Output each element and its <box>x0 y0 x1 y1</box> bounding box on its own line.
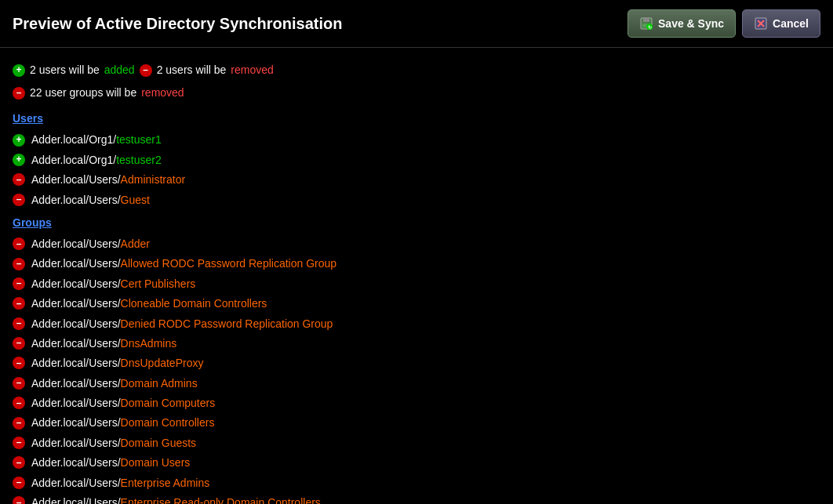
item-name: Domain Controllers <box>121 416 215 429</box>
group-list-item: –Adder.local/Users/Enterprise Admins <box>13 474 820 491</box>
svg-text:↻: ↻ <box>648 25 652 30</box>
remove-icon-1: – <box>140 64 152 77</box>
remove-group-icon: – <box>13 337 25 350</box>
group-list-item: –Adder.local/Users/Cloneable Domain Cont… <box>13 295 820 312</box>
item-path: Adder.local/Users/ <box>31 477 121 489</box>
summary-line-2: – 22 user groups will be removed <box>13 83 820 103</box>
item-name: testuser1 <box>116 133 162 146</box>
item-name: Enterprise Read-only Domain Controllers <box>121 496 321 504</box>
item-name: Cloneable Domain Controllers <box>121 297 267 310</box>
groups-section-title[interactable]: Groups <box>13 216 820 229</box>
item-path: Adder.local/Users/ <box>31 297 121 310</box>
remove-group-icon: – <box>13 496 25 504</box>
item-path: Adder.local/Users/ <box>31 437 121 449</box>
add-user-icon: + <box>13 154 25 166</box>
summary-added-text: added <box>104 60 135 80</box>
group-list-item: –Adder.local/Users/Domain Users <box>13 454 820 471</box>
cancel-icon <box>754 16 768 31</box>
group-list-item: –Adder.local/Users/Cert Publishers <box>13 275 820 292</box>
item-name: testuser2 <box>116 154 162 166</box>
remove-group-icon: – <box>13 456 25 469</box>
group-list-item: –Adder.local/Users/Domain Guests <box>13 434 820 451</box>
page-title: Preview of Active Directory Synchronisat… <box>13 15 343 33</box>
item-name: Enterprise Admins <box>121 477 210 489</box>
group-list-item: –Adder.local/Users/Domain Controllers <box>13 414 820 431</box>
item-name: Allowed RODC Password Replication Group <box>121 257 336 270</box>
item-name: Domain Guests <box>121 437 196 449</box>
item-name: Adder <box>121 237 150 250</box>
remove-user-icon: – <box>13 173 25 186</box>
add-icon-1: + <box>13 64 25 77</box>
header-buttons: ↻ Save & Sync Cancel <box>627 9 820 38</box>
item-path: Adder.local/Users/ <box>31 357 121 369</box>
item-path: Adder.local/Org1/ <box>31 133 116 146</box>
save-sync-button[interactable]: ↻ Save & Sync <box>627 9 736 38</box>
group-list-item: –Adder.local/Users/DnsUpdateProxy <box>13 354 820 372</box>
item-path: Adder.local/Users/ <box>31 397 121 409</box>
item-name: DnsUpdateProxy <box>121 357 204 369</box>
summary-added-prefix: 2 users will be <box>30 60 100 80</box>
users-section-title[interactable]: Users <box>13 112 820 125</box>
remove-group-icon: – <box>13 437 25 449</box>
users-list: +Adder.local/Org1/testuser1+Adder.local/… <box>13 131 820 208</box>
remove-group-icon: – <box>13 417 25 430</box>
item-name: Cert Publishers <box>121 277 196 290</box>
remove-group-icon: – <box>13 357 25 369</box>
remove-group-icon: – <box>13 317 25 330</box>
group-list-item: –Adder.local/Users/Domain Admins <box>13 375 820 392</box>
item-path: Adder.local/Users/ <box>31 257 121 270</box>
group-list-item: –Adder.local/Users/DnsAdmins <box>13 335 820 352</box>
item-name: Domain Users <box>121 456 191 469</box>
summary-removed-prefix: 2 users will be <box>157 60 227 80</box>
cancel-label: Cancel <box>773 17 809 30</box>
add-user-icon: + <box>13 134 25 147</box>
item-path: Adder.local/Users/ <box>31 277 121 290</box>
remove-group-icon: – <box>13 377 25 390</box>
item-path: Adder.local/Users/ <box>31 173 121 186</box>
group-list-item: –Adder.local/Users/Denied RODC Password … <box>13 315 820 332</box>
remove-group-icon: – <box>13 258 25 270</box>
item-name: Guest <box>121 194 150 206</box>
item-name: DnsAdmins <box>121 337 177 350</box>
main-content: + 2 users will be added – 2 users will b… <box>0 48 833 504</box>
remove-user-icon: – <box>13 194 25 206</box>
remove-group-icon: – <box>13 277 25 290</box>
remove-icon-2: – <box>13 87 25 100</box>
item-name: Domain Admins <box>121 377 198 390</box>
group-list-item: –Adder.local/Users/Domain Computers <box>13 394 820 412</box>
user-list-item: +Adder.local/Org1/testuser2 <box>13 151 820 169</box>
item-path: Adder.local/Users/ <box>31 317 121 330</box>
user-list-item: –Adder.local/Users/Administrator <box>13 171 820 188</box>
groups-list: –Adder.local/Users/Adder–Adder.local/Use… <box>13 235 820 504</box>
cancel-button[interactable]: Cancel <box>742 9 820 38</box>
group-list-item: –Adder.local/Users/Adder <box>13 235 820 252</box>
save-sync-label: Save & Sync <box>658 17 724 30</box>
summary-line-1: + 2 users will be added – 2 users will b… <box>13 60 820 80</box>
summary-groups-prefix: 22 user groups will be <box>30 83 136 103</box>
item-path: Adder.local/Users/ <box>31 377 121 390</box>
save-sync-icon: ↻ <box>639 16 653 31</box>
remove-group-icon: – <box>13 237 25 250</box>
item-path: Adder.local/Users/ <box>31 237 121 250</box>
remove-group-icon: – <box>13 297 25 310</box>
item-path: Adder.local/Users/ <box>31 496 121 504</box>
user-list-item: +Adder.local/Org1/testuser1 <box>13 131 820 148</box>
item-path: Adder.local/Users/ <box>31 416 121 429</box>
page-header: Preview of Active Directory Synchronisat… <box>0 0 833 48</box>
item-name: Administrator <box>121 173 185 186</box>
group-list-item: –Adder.local/Users/Enterprise Read-only … <box>13 494 820 504</box>
svg-rect-1 <box>643 18 649 22</box>
summary-groups-removed-text: removed <box>141 83 184 103</box>
summary-removed-text: removed <box>231 60 273 80</box>
group-list-item: –Adder.local/Users/Allowed RODC Password… <box>13 255 820 272</box>
user-list-item: –Adder.local/Users/Guest <box>13 191 820 208</box>
item-path: Adder.local/Org1/ <box>31 154 116 166</box>
item-path: Adder.local/Users/ <box>31 194 121 206</box>
remove-group-icon: – <box>13 477 25 489</box>
remove-group-icon: – <box>13 397 25 409</box>
item-name: Domain Computers <box>121 397 216 409</box>
item-path: Adder.local/Users/ <box>31 456 121 469</box>
summary-section: + 2 users will be added – 2 users will b… <box>13 60 820 103</box>
item-path: Adder.local/Users/ <box>31 337 121 350</box>
item-name: Denied RODC Password Replication Group <box>121 317 333 330</box>
